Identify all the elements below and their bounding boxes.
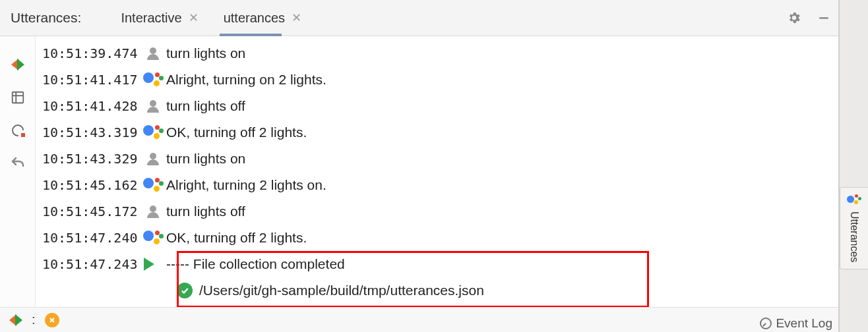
assistant-icon — [140, 177, 166, 194]
log-row-user: 10:51:39.474 turn lights on — [42, 40, 838, 67]
svg-rect-1 — [12, 92, 23, 103]
log-file-path: /Users/git/gh-sample/build/tmp/utterance… — [199, 283, 484, 298]
log-row-user: 10:51:45.172 turn lights off — [42, 198, 838, 225]
svg-point-7 — [150, 153, 156, 159]
close-icon[interactable]: ✕ — [189, 12, 199, 24]
log-panel: 10:51:39.474 turn lights on 10:51:41.417… — [36, 36, 838, 307]
svg-point-8 — [150, 206, 156, 212]
log-row-assistant: 10:51:47.240 OK, turning off 2 lights. — [42, 225, 838, 251]
step-arrows-icon[interactable] — [9, 56, 26, 73]
tab-interactive[interactable]: Interactive ✕ — [121, 0, 198, 36]
log-timestamp: 10:51:47.240 — [42, 230, 140, 246]
tab-label: Interactive — [121, 11, 181, 26]
assistant-icon — [140, 71, 166, 88]
tab-utterances[interactable]: utterances ✕ — [224, 0, 301, 36]
log-timestamp: 10:51:39.474 — [42, 45, 140, 61]
assistant-icon — [847, 194, 861, 208]
panel-header: Utterances: Interactive ✕ utterances ✕ — [0, 0, 838, 36]
minimize-icon[interactable] — [817, 11, 830, 24]
log-message: Alright, turning on 2 lights. — [166, 72, 326, 88]
warning-icon[interactable] — [45, 313, 59, 327]
right-rail-label: Utterances — [848, 211, 860, 262]
log-row-user: 10:51:43.329 turn lights on — [42, 146, 838, 172]
layout-icon[interactable] — [9, 89, 26, 106]
gear-icon[interactable] — [787, 11, 801, 25]
footer-colon: : — [32, 312, 36, 327]
log-timestamp: 10:51:47.243 — [42, 256, 140, 272]
log-message: turn lights off — [166, 204, 245, 219]
check-icon — [177, 283, 193, 298]
log-timestamp: 10:51:43.329 — [42, 151, 140, 167]
assistant-icon — [140, 124, 166, 141]
log-row-assistant: 10:51:41.417 Alright, turning on 2 light… — [42, 67, 838, 93]
event-log-label: Event Log — [776, 316, 832, 331]
log-file-row: /Users/git/gh-sample/build/tmp/utterance… — [42, 277, 838, 304]
log-timestamp: 10:51:41.428 — [42, 98, 140, 114]
log-timestamp: 10:51:45.162 — [42, 177, 140, 193]
right-rail-tab-utterances[interactable]: Utterances — [840, 187, 868, 269]
log-timestamp: 10:51:43.319 — [42, 124, 140, 140]
person-icon — [140, 204, 166, 219]
log-row-assistant: 10:51:43.319 OK, turning off 2 lights. — [42, 119, 838, 146]
tool-gutter — [0, 36, 36, 307]
person-icon — [140, 151, 166, 167]
undo-icon[interactable] — [9, 155, 26, 172]
log-message: turn lights off — [166, 98, 245, 114]
clock-icon — [760, 318, 772, 329]
log-timestamp: 10:51:45.172 — [42, 204, 140, 219]
tab-label: utterances — [224, 11, 285, 26]
svg-rect-4 — [21, 133, 25, 137]
log-row-assistant: 10:51:45.162 Alright, turning 2 lights o… — [42, 172, 838, 198]
play-icon — [140, 258, 166, 271]
assistant-icon — [140, 229, 166, 246]
close-icon[interactable]: ✕ — [292, 12, 301, 24]
event-log-link[interactable]: Event Log — [760, 316, 832, 331]
log-message: turn lights on — [166, 151, 245, 167]
log-message: ----- File collection completed — [166, 256, 345, 272]
log-row-user: 10:51:41.428 turn lights off — [42, 93, 838, 119]
log-timestamp: 10:51:41.417 — [42, 72, 140, 88]
person-icon — [140, 98, 166, 114]
log-message: OK, turning off 2 lights. — [166, 124, 307, 140]
log-message: Alright, turning 2 lights on. — [166, 177, 326, 193]
svg-point-6 — [150, 100, 156, 107]
right-rail: Utterances — [839, 0, 868, 332]
log-message: OK, turning off 2 lights. — [166, 230, 307, 246]
panel-title: Utterances: — [11, 10, 81, 26]
refresh-icon[interactable] — [9, 122, 26, 139]
svg-rect-0 — [819, 17, 828, 19]
person-icon — [140, 45, 166, 61]
log-row-system: 10:51:47.243 ----- File collection compl… — [42, 251, 838, 277]
panel-footer: : — [0, 307, 838, 332]
tab-bar: Interactive ✕ utterances ✕ — [121, 0, 301, 36]
step-arrows-icon[interactable] — [9, 314, 22, 326]
svg-point-5 — [150, 47, 156, 54]
log-message: turn lights on — [166, 45, 245, 61]
